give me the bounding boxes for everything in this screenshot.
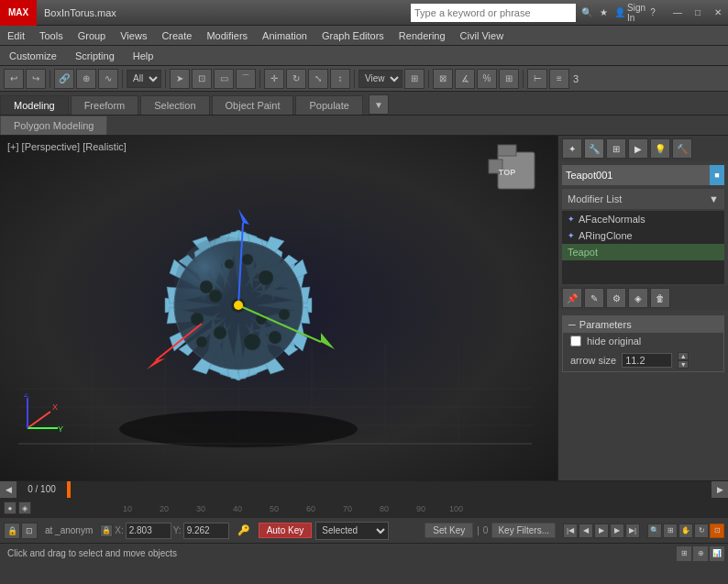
- spinner-snap-btn[interactable]: ⊞: [499, 69, 519, 89]
- menu-edit[interactable]: Edit: [0, 26, 32, 46]
- display-panel-icon[interactable]: 💡: [650, 138, 670, 159]
- tab-modeling[interactable]: Modeling: [0, 95, 69, 115]
- menu-create[interactable]: Create: [154, 26, 199, 46]
- go-start-btn[interactable]: |◀: [563, 523, 578, 538]
- undo-button[interactable]: ↩: [4, 69, 24, 89]
- tab-freeform[interactable]: Freeform: [71, 95, 139, 115]
- percent-snap-btn[interactable]: %: [477, 69, 497, 89]
- tab-polygon-modeling[interactable]: Polygon Modeling: [0, 116, 107, 135]
- minimize-button[interactable]: —: [667, 0, 688, 26]
- orbit-btn[interactable]: ↻: [694, 523, 709, 538]
- help-icon[interactable]: ?: [645, 6, 660, 20]
- move-button[interactable]: ✛: [264, 69, 284, 89]
- lasso-button[interactable]: ⌒: [236, 69, 256, 89]
- angle-snap-btn[interactable]: ∡: [455, 69, 475, 89]
- pin-stack-icon[interactable]: 📌: [562, 288, 582, 308]
- go-end-btn[interactable]: ▶|: [625, 523, 640, 538]
- config-icon[interactable]: ⚙: [606, 288, 626, 308]
- zoom-all-btn[interactable]: ⊞: [663, 523, 678, 538]
- key-filters-button[interactable]: Key Filters...: [491, 523, 556, 538]
- modifier-item-afacenormals[interactable]: ✦ AFaceNormals: [562, 211, 724, 227]
- select-button[interactable]: ➤: [170, 69, 190, 89]
- selection-lock-btn[interactable]: 🔒: [4, 523, 20, 539]
- menu-tools[interactable]: Tools: [32, 26, 71, 46]
- modify-panel-icon[interactable]: 🔧: [584, 138, 604, 159]
- modifier-dropdown-icon[interactable]: ▼: [709, 193, 719, 204]
- menu-group[interactable]: Group: [71, 26, 114, 46]
- utilities-panel-icon[interactable]: 🔨: [672, 138, 692, 159]
- snap-btn[interactable]: ⊠: [433, 69, 453, 89]
- arrow-size-up[interactable]: ▲: [678, 352, 689, 360]
- menu-graph-editors[interactable]: Graph Editors: [314, 26, 392, 46]
- create-panel-icon[interactable]: ✦: [562, 138, 582, 159]
- search-box[interactable]: [411, 4, 576, 22]
- timeline-next-btn[interactable]: ▶: [711, 481, 728, 498]
- motion-panel-icon[interactable]: ▶: [628, 138, 648, 159]
- tab-menu-icon[interactable]: ▼: [369, 94, 389, 115]
- filter-select[interactable]: All: [127, 70, 161, 88]
- close-button[interactable]: ✕: [708, 0, 728, 26]
- y-coord-input[interactable]: [183, 523, 229, 539]
- next-frame-btn[interactable]: ▶: [610, 523, 624, 538]
- menu-scripting[interactable]: Scripting: [66, 46, 124, 66]
- remove-modifier-icon[interactable]: 🗑: [650, 288, 670, 308]
- maximize-viewport-btn[interactable]: ⊡: [710, 523, 724, 538]
- menu-customize[interactable]: Customize: [0, 46, 66, 66]
- menu-help[interactable]: Help: [124, 46, 163, 66]
- track-key-btn[interactable]: ◈: [18, 501, 31, 514]
- set-key-button[interactable]: Set Key: [425, 523, 473, 538]
- lock-selection-icon[interactable]: 🔒: [100, 524, 113, 537]
- user-icon[interactable]: 👤: [612, 6, 627, 20]
- rotate-button[interactable]: ↻: [286, 69, 306, 89]
- rect-select-button[interactable]: ▭: [214, 69, 234, 89]
- view-select[interactable]: View: [358, 70, 403, 88]
- tab-object-paint[interactable]: Object Paint: [212, 95, 294, 115]
- select-region-button[interactable]: ⊡: [192, 69, 212, 89]
- play-btn[interactable]: ▶: [594, 523, 609, 538]
- grid-icon[interactable]: ⊞: [677, 546, 691, 561]
- menu-rendering[interactable]: Rendering: [392, 26, 453, 46]
- search-input[interactable]: [414, 7, 572, 18]
- tab-extras[interactable]: ▼: [369, 94, 389, 115]
- menu-modifiers[interactable]: Modifiers: [199, 26, 255, 46]
- reference-button[interactable]: ⊞: [404, 69, 425, 89]
- modifier-item-teapot[interactable]: Teapot: [562, 244, 724, 260]
- snap-icon[interactable]: ⊕: [693, 546, 708, 561]
- params-collapse-icon[interactable]: ─: [568, 319, 576, 330]
- menu-views[interactable]: Views: [113, 26, 154, 46]
- hierarchy-panel-icon[interactable]: ⊞: [606, 138, 626, 159]
- x-coord-input[interactable]: [126, 523, 171, 539]
- timeline-prev-btn[interactable]: ◀: [0, 481, 17, 498]
- navigation-cube[interactable]: TOP: [484, 143, 544, 203]
- viewport[interactable]: [+] [Perspective] [Realistic]: [0, 136, 558, 480]
- object-name-input[interactable]: [562, 170, 710, 181]
- tab-selection[interactable]: Selection: [140, 95, 209, 115]
- track-rec-btn[interactable]: ●: [4, 501, 17, 514]
- color-swatch[interactable]: ■: [710, 165, 724, 185]
- bind-button[interactable]: ∿: [98, 69, 118, 89]
- timeline-bar[interactable]: [67, 481, 711, 498]
- scale-button[interactable]: ⤡: [308, 69, 328, 89]
- stats-icon[interactable]: 📊: [710, 546, 724, 561]
- arrow-size-down[interactable]: ▼: [678, 360, 689, 369]
- scale2-button[interactable]: ↕: [330, 69, 350, 89]
- search-icon[interactable]: 🔍: [579, 6, 594, 20]
- link-button[interactable]: 🔗: [54, 69, 74, 89]
- maximize-button[interactable]: □: [688, 0, 708, 26]
- pan-btn[interactable]: ✋: [678, 523, 693, 538]
- menu-civil-view[interactable]: Civil View: [453, 26, 511, 46]
- selected-dropdown[interactable]: Selected: [315, 522, 389, 540]
- mirror-btn[interactable]: ⊢: [527, 69, 547, 89]
- arrow-size-input[interactable]: [622, 353, 672, 368]
- zoom-btn[interactable]: 🔍: [647, 523, 662, 538]
- prev-frame-btn[interactable]: ◀: [579, 523, 593, 538]
- modifier-item-aringclone[interactable]: ✦ ARingClone: [562, 227, 724, 244]
- unlink-button[interactable]: ⊕: [76, 69, 96, 89]
- hide-original-checkbox[interactable]: [570, 336, 581, 347]
- signin-label[interactable]: Sign In: [629, 6, 644, 20]
- edit-icon[interactable]: ✎: [584, 288, 604, 308]
- auto-key-button[interactable]: Auto Key: [259, 523, 313, 538]
- tab-populate[interactable]: Populate: [295, 95, 362, 115]
- make-unique-icon[interactable]: ◈: [628, 288, 648, 308]
- redo-button[interactable]: ↪: [26, 69, 46, 89]
